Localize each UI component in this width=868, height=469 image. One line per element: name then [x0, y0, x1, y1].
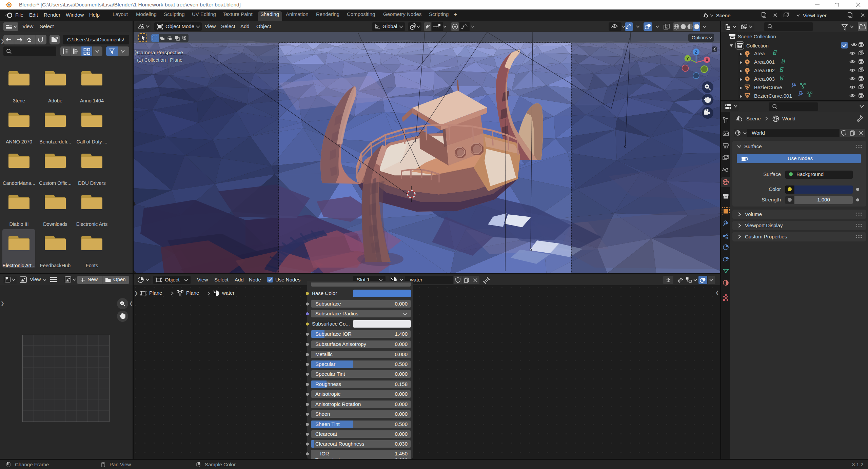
- svg-text:X: X: [706, 58, 708, 62]
- svg-text:Z: Z: [695, 50, 697, 55]
- svg-text:Y: Y: [686, 56, 689, 61]
